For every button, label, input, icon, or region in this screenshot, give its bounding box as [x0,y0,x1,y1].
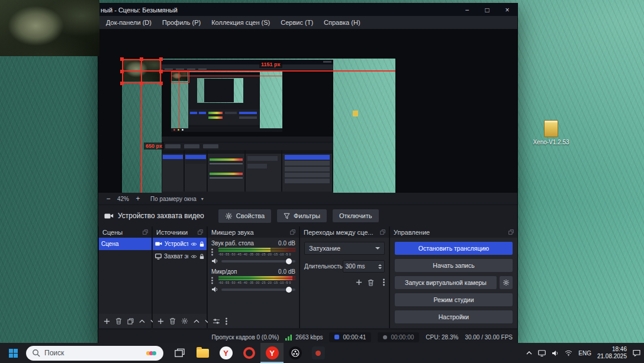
spin-up-icon[interactable] [378,262,382,266]
speaker-icon[interactable] [211,258,218,264]
filters-button[interactable]: Фильтры [277,209,327,222]
tray-display-icon[interactable] [538,350,546,356]
stop-streaming-button[interactable]: Остановить трансляцию [395,242,513,255]
yandex-app-button[interactable]: Y [260,343,284,363]
dock-float-icon[interactable] [143,229,148,235]
virtual-camera-settings-button[interactable] [500,276,513,289]
spin-down-icon[interactable] [378,267,382,271]
scenes-dock: Сцены Сцена [99,226,152,328]
volume-slider[interactable] [221,289,295,291]
studio-mode-button[interactable]: Режим студии [395,293,513,306]
zoom-menu-caret-icon[interactable]: ▾ [201,196,204,202]
file-explorer-button[interactable] [191,343,214,363]
scene-item[interactable]: Сцена [99,238,152,250]
preview-canvas[interactable] [122,59,395,193]
menu-profile[interactable]: Профиль (P) [157,17,206,28]
mixer-menu-button[interactable] [226,317,227,325]
language-indicator[interactable]: ENG [578,350,591,356]
channel-menu-button[interactable] [211,276,216,284]
menu-scene-collection[interactable]: Коллекция сцен (S) [206,17,275,28]
transitions-dock: Переходы между сце... Затухание Длительн… [300,226,389,328]
advanced-audio-button[interactable] [212,318,220,325]
close-button[interactable]: × [497,4,517,16]
move-scene-up-button[interactable] [139,319,145,323]
mini-level3-screen [197,78,243,103]
mixer-dock-header[interactable]: Микшер звука [208,226,299,238]
eye-icon[interactable] [191,254,197,259]
start-button[interactable] [0,343,26,363]
source-item-capture-device[interactable]: Устройство зах [153,238,207,250]
fit-to-window[interactable]: По размеру окна [150,196,197,202]
mini-nested-obs [188,72,260,130]
tray-expand-button[interactable] [526,351,532,355]
task-view-button[interactable] [168,343,191,363]
scenes-dock-header[interactable]: Сцены [99,226,152,238]
properties-button[interactable]: Свойства [218,209,271,223]
volume-slider-knob[interactable] [286,258,292,264]
dock-float-icon[interactable] [290,229,295,235]
signal-bars-icon [285,334,292,341]
zoom-out-button[interactable]: − [104,195,112,203]
obs-app-button[interactable] [284,343,307,363]
add-transition-button[interactable] [356,279,362,286]
transition-menu-button[interactable] [383,278,385,286]
menu-docks[interactable]: Док-панели (D) [101,17,157,28]
deactivate-button[interactable]: Отключить [333,209,379,222]
controls-dock-header[interactable]: Управление [390,226,517,238]
source-item-display-capture[interactable]: Захват экрана [153,250,207,262]
search-highlights-icon[interactable] [147,351,156,355]
volume-slider-knob[interactable] [286,287,292,293]
taskbar-apps: Y Y [168,343,330,363]
remove-scene-button[interactable] [115,317,122,325]
transitions-dock-header[interactable]: Переходы между сце... [300,226,389,238]
selection-handle-se[interactable] [159,82,163,85]
duration-label: Длительность [304,263,343,270]
zoom-in-button[interactable]: + [134,195,142,203]
search-placeholder: Поиск [44,349,143,357]
duplicate-scene-button[interactable] [127,318,134,325]
transition-select[interactable]: Затухание [304,242,385,255]
tray-network-icon[interactable] [565,350,572,356]
eye-icon[interactable] [191,242,197,247]
recorder-icon [312,346,325,359]
minimize-button[interactable]: − [457,4,477,16]
add-scene-button[interactable] [104,318,110,325]
source-properties-button[interactable] [181,317,188,325]
channel-name: Микр/доп [211,268,237,275]
action-center-button[interactable] [633,349,640,356]
speaker-icon[interactable] [211,286,218,293]
selection-handle-sw[interactable] [120,82,124,85]
dock-float-icon[interactable] [198,229,203,235]
channel-name: Звук раб. стола [211,240,254,247]
menu-tools[interactable]: Сервис (T) [275,17,318,28]
dock-float-icon[interactable] [380,229,385,235]
selection-handle-nw[interactable] [120,57,124,61]
opera-button[interactable] [237,343,260,363]
tray-volume-icon[interactable] [552,350,559,356]
channel-menu-button[interactable] [211,248,216,256]
lock-icon[interactable] [199,241,204,247]
titlebar[interactable]: ный - Сцены: Безымяный − □ × [98,4,517,16]
maximize-button[interactable]: □ [477,4,497,16]
browser-button[interactable]: Y [214,343,237,363]
sources-dock-header[interactable]: Источники [153,226,207,238]
start-virtual-camera-button[interactable]: Запуск виртуальной камеры [395,276,497,289]
remove-transition-button[interactable] [368,279,374,286]
add-source-button[interactable] [157,318,164,325]
selection-handle-ne[interactable] [159,57,163,61]
settings-button[interactable]: Настройки [395,310,513,323]
remove-source-button[interactable] [169,317,176,325]
lock-icon[interactable] [199,254,204,260]
taskbar-clock[interactable]: 18:46 21.08.2025 [597,346,627,360]
menu-help[interactable]: Справка (H) [318,17,365,28]
duration-spinner[interactable]: 300 ms [343,260,385,273]
dock-float-icon[interactable] [508,229,514,235]
start-recording-button[interactable]: Начать запись [395,259,513,272]
move-source-up-button[interactable] [194,319,199,323]
search-input[interactable]: Поиск [26,346,163,361]
volume-slider[interactable] [221,260,295,262]
preview-area: 1151 px 650 px [98,29,517,193]
spinner-arrows[interactable] [378,262,382,271]
recorder-app-button[interactable] [307,343,330,363]
desktop-icon-xeno[interactable]: Xeno-V1.2.53 [532,120,570,145]
